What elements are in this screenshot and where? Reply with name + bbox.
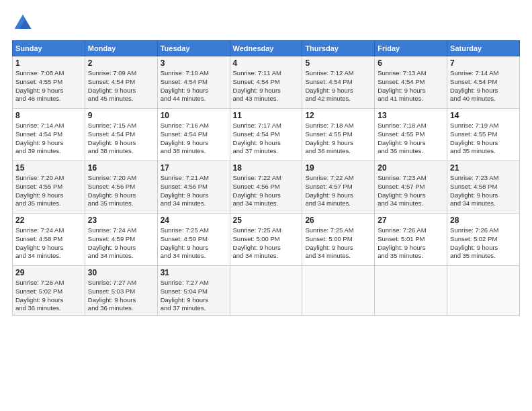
- day-number: 4: [233, 58, 300, 68]
- day-info: Sunrise: 7:15 AMSunset: 4:54 PMDaylight:…: [88, 122, 136, 154]
- calendar-cell: 20 Sunrise: 7:23 AMSunset: 4:57 PMDaylig…: [375, 161, 447, 214]
- day-number: 26: [305, 216, 371, 225]
- calendar-cell: 23 Sunrise: 7:24 AMSunset: 4:59 PMDaylig…: [85, 214, 157, 266]
- calendar-cell: 9 Sunrise: 7:15 AMSunset: 4:54 PMDayligh…: [85, 109, 157, 161]
- day-number: 14: [450, 111, 517, 120]
- day-number: 18: [233, 163, 300, 173]
- day-info: Sunrise: 7:26 AMSunset: 5:02 PMDaylight:…: [15, 279, 64, 312]
- day-number: 8: [15, 111, 82, 120]
- day-number: 2: [88, 58, 154, 68]
- calendar-cell: 11 Sunrise: 7:17 AMSunset: 4:54 PMDaylig…: [230, 109, 302, 161]
- calendar-cell: [375, 266, 447, 316]
- day-info: Sunrise: 7:20 AMSunset: 4:55 PMDaylight:…: [15, 174, 64, 207]
- calendar-cell: 4 Sunrise: 7:11 AMSunset: 4:54 PMDayligh…: [230, 56, 302, 109]
- calendar-cell: 8 Sunrise: 7:14 AMSunset: 4:54 PMDayligh…: [13, 109, 85, 161]
- day-number: 6: [378, 58, 444, 68]
- day-info: Sunrise: 7:12 AMSunset: 4:54 PMDaylight:…: [305, 69, 353, 102]
- day-header-sunday: Sunday: [13, 41, 85, 56]
- calendar-cell: 19 Sunrise: 7:22 AMSunset: 4:57 PMDaylig…: [302, 161, 375, 214]
- day-number: 1: [15, 58, 82, 68]
- day-info: Sunrise: 7:08 AMSunset: 4:55 PMDaylight:…: [15, 69, 64, 102]
- day-number: 27: [378, 216, 444, 225]
- day-number: 15: [15, 163, 82, 173]
- calendar-body: 1 Sunrise: 7:08 AMSunset: 4:55 PMDayligh…: [13, 56, 520, 316]
- calendar-cell: 30 Sunrise: 7:27 AMSunset: 5:03 PMDaylig…: [85, 266, 157, 316]
- day-number: 16: [88, 163, 154, 173]
- calendar-cell: [230, 266, 302, 316]
- day-number: 17: [161, 163, 227, 173]
- day-info: Sunrise: 7:25 AMSunset: 5:00 PMDaylight:…: [305, 226, 353, 259]
- day-number: 20: [378, 163, 444, 173]
- day-info: Sunrise: 7:27 AMSunset: 5:04 PMDaylight:…: [161, 279, 209, 312]
- day-info: Sunrise: 7:25 AMSunset: 4:59 PMDaylight:…: [161, 226, 209, 259]
- day-header-tuesday: Tuesday: [157, 41, 230, 56]
- logo: [12, 12, 36, 34]
- day-info: Sunrise: 7:16 AMSunset: 4:54 PMDaylight:…: [161, 122, 209, 154]
- calendar-cell: 25 Sunrise: 7:25 AMSunset: 5:00 PMDaylig…: [230, 214, 302, 266]
- day-number: 31: [161, 268, 227, 277]
- calendar-cell: 17 Sunrise: 7:21 AMSunset: 4:56 PMDaylig…: [157, 161, 230, 214]
- day-number: 12: [305, 111, 371, 120]
- day-info: Sunrise: 7:14 AMSunset: 4:54 PMDaylight:…: [15, 122, 64, 154]
- header: [12, 12, 520, 34]
- calendar-cell: 28 Sunrise: 7:26 AMSunset: 5:02 PMDaylig…: [447, 214, 520, 266]
- calendar-week-4: 22 Sunrise: 7:24 AMSunset: 4:58 PMDaylig…: [13, 214, 520, 266]
- day-number: 24: [161, 216, 227, 225]
- day-info: Sunrise: 7:11 AMSunset: 4:54 PMDaylight:…: [233, 69, 281, 102]
- day-number: 3: [161, 58, 227, 68]
- day-info: Sunrise: 7:27 AMSunset: 5:03 PMDaylight:…: [88, 279, 136, 312]
- day-number: 22: [15, 216, 82, 225]
- calendar-cell: 27 Sunrise: 7:26 AMSunset: 5:01 PMDaylig…: [375, 214, 447, 266]
- calendar-cell: 15 Sunrise: 7:20 AMSunset: 4:55 PMDaylig…: [13, 161, 85, 214]
- calendar-cell: 5 Sunrise: 7:12 AMSunset: 4:54 PMDayligh…: [302, 56, 375, 109]
- calendar-cell: 22 Sunrise: 7:24 AMSunset: 4:58 PMDaylig…: [13, 214, 85, 266]
- calendar-cell: 3 Sunrise: 7:10 AMSunset: 4:54 PMDayligh…: [157, 56, 230, 109]
- day-header-thursday: Thursday: [302, 41, 375, 56]
- day-number: 7: [450, 58, 517, 68]
- day-info: Sunrise: 7:23 AMSunset: 4:57 PMDaylight:…: [378, 174, 426, 207]
- main-container: SundayMondayTuesdayWednesdayThursdayFrid…: [0, 0, 532, 322]
- calendar-cell: 21 Sunrise: 7:23 AMSunset: 4:58 PMDaylig…: [447, 161, 520, 214]
- calendar-cell: 14 Sunrise: 7:19 AMSunset: 4:55 PMDaylig…: [447, 109, 520, 161]
- calendar-table: SundayMondayTuesdayWednesdayThursdayFrid…: [12, 40, 520, 316]
- calendar-cell: 18 Sunrise: 7:22 AMSunset: 4:56 PMDaylig…: [230, 161, 302, 214]
- day-info: Sunrise: 7:13 AMSunset: 4:54 PMDaylight:…: [378, 69, 426, 102]
- day-number: 13: [378, 111, 444, 120]
- calendar-cell: [302, 266, 375, 316]
- day-number: 29: [15, 268, 82, 277]
- calendar-cell: 29 Sunrise: 7:26 AMSunset: 5:02 PMDaylig…: [13, 266, 85, 316]
- day-header-saturday: Saturday: [447, 41, 520, 56]
- day-number: 9: [88, 111, 154, 120]
- day-info: Sunrise: 7:19 AMSunset: 4:55 PMDaylight:…: [450, 122, 498, 154]
- day-info: Sunrise: 7:20 AMSunset: 4:56 PMDaylight:…: [88, 174, 136, 207]
- day-header-monday: Monday: [85, 41, 157, 56]
- day-info: Sunrise: 7:23 AMSunset: 4:58 PMDaylight:…: [450, 174, 498, 207]
- day-info: Sunrise: 7:24 AMSunset: 4:58 PMDaylight:…: [15, 226, 64, 259]
- calendar-cell: 10 Sunrise: 7:16 AMSunset: 4:54 PMDaylig…: [157, 109, 230, 161]
- day-number: 11: [233, 111, 300, 120]
- day-info: Sunrise: 7:09 AMSunset: 4:54 PMDaylight:…: [88, 69, 136, 102]
- day-number: 21: [450, 163, 517, 173]
- calendar-cell: 1 Sunrise: 7:08 AMSunset: 4:55 PMDayligh…: [13, 56, 85, 109]
- day-info: Sunrise: 7:22 AMSunset: 4:56 PMDaylight:…: [233, 174, 281, 207]
- day-number: 23: [88, 216, 154, 225]
- day-number: 28: [450, 216, 517, 225]
- day-info: Sunrise: 7:17 AMSunset: 4:54 PMDaylight:…: [233, 122, 281, 154]
- day-number: 10: [161, 111, 227, 120]
- day-number: 25: [233, 216, 300, 225]
- day-header-wednesday: Wednesday: [230, 41, 302, 56]
- calendar-cell: 13 Sunrise: 7:18 AMSunset: 4:55 PMDaylig…: [375, 109, 447, 161]
- day-header-friday: Friday: [375, 41, 447, 56]
- day-info: Sunrise: 7:18 AMSunset: 4:55 PMDaylight:…: [305, 122, 353, 154]
- calendar-cell: 7 Sunrise: 7:14 AMSunset: 4:54 PMDayligh…: [447, 56, 520, 109]
- calendar-cell: 2 Sunrise: 7:09 AMSunset: 4:54 PMDayligh…: [85, 56, 157, 109]
- day-info: Sunrise: 7:24 AMSunset: 4:59 PMDaylight:…: [88, 226, 136, 259]
- calendar-header-row: SundayMondayTuesdayWednesdayThursdayFrid…: [13, 41, 520, 56]
- day-info: Sunrise: 7:22 AMSunset: 4:57 PMDaylight:…: [305, 174, 353, 207]
- day-info: Sunrise: 7:14 AMSunset: 4:54 PMDaylight:…: [450, 69, 498, 102]
- day-info: Sunrise: 7:18 AMSunset: 4:55 PMDaylight:…: [378, 122, 426, 154]
- day-info: Sunrise: 7:26 AMSunset: 5:01 PMDaylight:…: [378, 226, 426, 259]
- calendar-cell: 12 Sunrise: 7:18 AMSunset: 4:55 PMDaylig…: [302, 109, 375, 161]
- calendar-week-1: 1 Sunrise: 7:08 AMSunset: 4:55 PMDayligh…: [13, 56, 520, 109]
- calendar-cell: 6 Sunrise: 7:13 AMSunset: 4:54 PMDayligh…: [375, 56, 447, 109]
